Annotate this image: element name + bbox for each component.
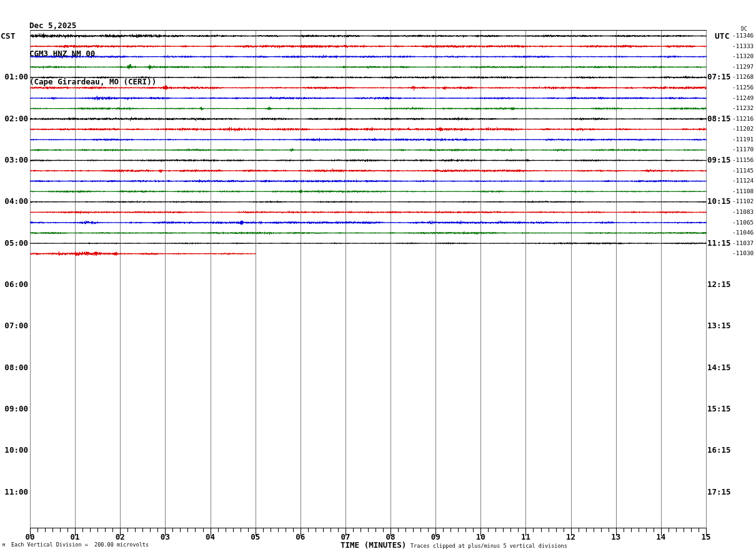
dc-offset-value: -11145 — [732, 167, 754, 174]
dc-offset-value: -11320 — [732, 53, 754, 59]
right-hour-label: 12:15 — [707, 280, 731, 289]
minute-tick-label: 11 — [516, 532, 535, 541]
minute-tick-label: 01 — [66, 532, 84, 541]
helicorder-page: Dec 5,2025 CGM3 HNZ NM 00 (Cape Girardea… — [0, 0, 756, 554]
right-hour-label: 14:15 — [707, 363, 731, 372]
left-hour-label: 03:00 — [0, 155, 28, 164]
minute-tick-label: 06 — [291, 532, 310, 541]
dc-offset-value: -11268 — [732, 73, 754, 80]
dc-offset-value: -11156 — [732, 156, 754, 163]
dc-offset-value: -11202 — [732, 125, 754, 132]
right-hour-label: 15:15 — [707, 404, 731, 413]
minute-tick-label: 15 — [697, 532, 715, 541]
minute-tick-label: 03 — [156, 532, 174, 541]
minute-tick-label: 12 — [562, 532, 580, 541]
dc-offset-value: -11030 — [732, 249, 754, 256]
scale-note: Each Vertical Division = 200.00 microvol… — [11, 541, 149, 548]
clip-note: Traces clipped at plus/minus 5 vertical … — [410, 543, 567, 549]
right-hour-label: 16:15 — [707, 445, 731, 455]
minute-tick-label: 04 — [201, 532, 220, 541]
dc-offset-value: -11065 — [732, 219, 754, 226]
left-timezone-label: CST — [1, 31, 15, 41]
dc-offset-value: -11124 — [732, 177, 754, 184]
minute-tick-label: 13 — [607, 532, 625, 541]
minute-tick-label: 10 — [471, 532, 490, 541]
dc-offset-value: -11256 — [732, 84, 754, 91]
title-station: CGM3 HNZ NM 00 — [29, 49, 156, 58]
dc-offset-value: -11249 — [732, 94, 754, 101]
minute-tick-label: 14 — [652, 532, 670, 541]
dc-offset-value: -11108 — [732, 188, 754, 194]
dc-offset-value: -11333 — [732, 43, 754, 49]
dc-offset-value: -11216 — [732, 115, 754, 122]
dc-offset-value: -11191 — [732, 136, 754, 143]
right-timezone-label: UTC — [715, 31, 729, 41]
dc-offset-value: -11037 — [732, 239, 754, 246]
left-hour-label: 07:00 — [0, 321, 28, 330]
left-hour-label: 02:00 — [0, 114, 28, 123]
right-hour-label: 11:15 — [707, 238, 731, 248]
title-location: (Cape Girardeau, MO (CERI)) — [29, 77, 156, 86]
right-hour-label: 10:15 — [707, 196, 731, 206]
right-hour-label: 09:15 — [707, 155, 731, 164]
title-block: Dec 5,2025 CGM3 HNZ NM 00 (Cape Girardea… — [29, 2, 156, 105]
title-date: Dec 5,2025 — [29, 21, 156, 30]
left-hour-label: 05:00 — [0, 238, 28, 248]
dc-label: DC — [741, 26, 747, 32]
left-hour-label: 10:00 — [0, 445, 28, 455]
right-hour-label: 17:15 — [707, 487, 731, 496]
left-hour-label: 06:00 — [0, 280, 28, 289]
left-hour-label: 04:00 — [0, 196, 28, 206]
dc-offset-value: -11346 — [732, 32, 754, 39]
minute-tick-label: 00 — [21, 532, 39, 541]
left-hour-label: 01:00 — [0, 72, 28, 81]
right-hour-label: 13:15 — [707, 321, 731, 330]
right-hour-label: 08:15 — [707, 114, 731, 123]
right-hour-label: 07:15 — [707, 72, 731, 81]
minute-tick-label: 05 — [246, 532, 265, 541]
dc-offset-value: -11170 — [732, 146, 754, 153]
dc-offset-value: -11102 — [732, 198, 754, 204]
minute-tick-label: 02 — [111, 532, 129, 541]
left-hour-label: 11:00 — [0, 487, 28, 496]
left-hour-label: 08:00 — [0, 363, 28, 372]
dc-offset-value: -11083 — [732, 208, 754, 215]
left-hour-label: 09:00 — [0, 404, 28, 413]
dc-offset-value: -11046 — [732, 229, 754, 236]
minute-tick-label: 09 — [426, 532, 445, 541]
dc-offset-value: -11297 — [732, 63, 754, 70]
dc-offset-value: -11232 — [732, 104, 754, 111]
x-axis-title: TIME (MINUTES) — [341, 540, 406, 550]
corner-mark: M — [2, 543, 5, 548]
